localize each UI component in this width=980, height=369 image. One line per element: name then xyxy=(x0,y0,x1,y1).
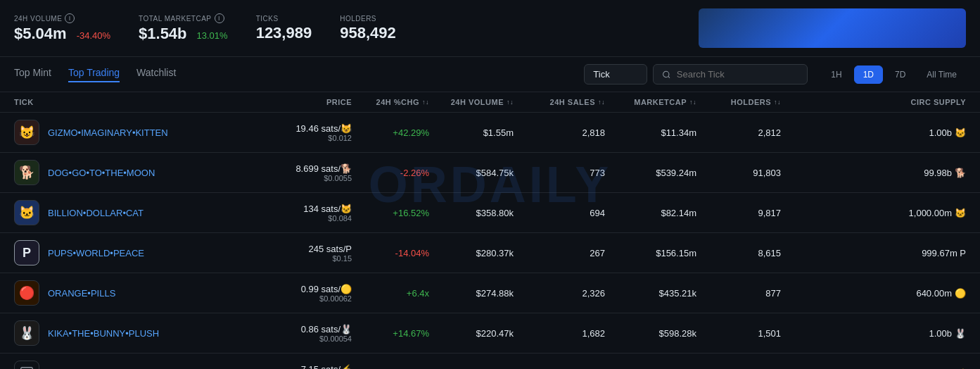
supply-dog: 99.98b 🐕 xyxy=(781,168,966,178)
stat-ticks: TICKS 123,989 xyxy=(256,15,312,42)
price-pups: 245 sats/P $0.15 xyxy=(267,244,352,263)
tick-name-billion: BILLION•DOLLAR•CAT xyxy=(48,208,144,218)
table-row[interactable]: 😺 GIZMO•IMAGINARY•KITTEN 19.46 sats/😺 $0… xyxy=(0,113,980,153)
col-holders[interactable]: HOLDERS ↑↓ xyxy=(696,98,781,106)
tick-name-orange: ORANGE•PILLS xyxy=(48,288,115,299)
stat-volume-change: -34.40% xyxy=(77,30,110,41)
avatar-kika: 🐰 xyxy=(14,320,39,346)
volume-gizmo: $1.55m xyxy=(429,127,514,138)
holders-gizmo: 2,812 xyxy=(696,127,781,138)
tick-name-dog: DOG•GO•TO•THE•MOON xyxy=(48,168,155,178)
rsic-icon xyxy=(19,365,34,369)
sales-billion: 694 xyxy=(514,208,605,218)
supply-billion: 1,000.00m 🐱 xyxy=(781,208,966,218)
change-gizmo: +42.29% xyxy=(352,127,429,138)
time-btn-7d[interactable]: 7D xyxy=(886,65,915,84)
time-btn-1h[interactable]: 1H xyxy=(822,65,851,84)
price-billion: 134 sats/🐱 $0.084 xyxy=(267,204,352,223)
col-circ-supply[interactable]: CIRC SUPPLY xyxy=(781,98,966,106)
tick-cell-billion: 🐱 BILLION•DOLLAR•CAT xyxy=(14,200,267,225)
tab-watchlist[interactable]: Watchlist xyxy=(136,67,176,82)
col-sales24h[interactable]: 24H SALES ↑↓ xyxy=(514,98,605,106)
tick-filter-input[interactable] xyxy=(584,64,647,85)
stat-holders-value: 958,492 xyxy=(340,24,396,42)
tick-name-kika: KIKA•THE•BUNNY•PLUSH xyxy=(48,328,159,339)
stat-ticks-value: 123,989 xyxy=(256,24,312,42)
token-table: TICK PRICE 24H %CHG ↑↓ 24H VOLUME ↑↓ 24H… xyxy=(0,92,980,369)
stat-marketcap: TOTAL MARKETCAP i $1.54b 13.01% xyxy=(139,13,228,43)
change-billion: +16.52% xyxy=(352,208,429,218)
volume-orange: $274.88k xyxy=(429,288,514,299)
stat-marketcap-label: TOTAL MARKETCAP xyxy=(139,15,211,23)
svg-point-0 xyxy=(663,71,669,77)
tick-name-pups: PUPS•WORLD•PEACE xyxy=(48,248,144,258)
table-row[interactable]: 🐱 BILLION•DOLLAR•CAT 134 sats/🐱 $0.084 +… xyxy=(0,193,980,233)
table-row[interactable]: 🔴 ORANGE•PILLS 0.99 sats/🟡 $0.00062 +6.4… xyxy=(0,273,980,313)
table-row[interactable]: 🐕 DOG•GO•TO•THE•MOON 8.699 sats/🐕 $0.005… xyxy=(0,153,980,193)
sales-orange: 2,326 xyxy=(514,288,605,299)
stat-marketcap-value: $1.54b xyxy=(139,25,187,43)
mcap-dog: $539.24m xyxy=(605,168,696,178)
stat-volume: 24H VOLUME i $5.04m -34.40% xyxy=(14,13,110,43)
stat-volume-value: $5.04m xyxy=(14,25,67,43)
mcap-orange: $435.21k xyxy=(605,288,696,299)
table-row[interactable]: 🐰 KIKA•THE•BUNNY•PLUSH 0.86 sats/🐰 $0.00… xyxy=(0,313,980,354)
volume-info-icon[interactable]: i xyxy=(65,13,75,23)
volume-billion: $358.80k xyxy=(429,208,514,218)
sales-dog: 773 xyxy=(514,168,605,178)
price-rsic: 7.15 sats/⚡ $0.0045 xyxy=(267,364,352,370)
avatar-billion: 🐱 xyxy=(14,200,39,225)
stat-ticks-label: TICKS xyxy=(256,15,279,23)
table-row[interactable]: P PUPS•WORLD•PEACE 245 sats/P $0.15 -14.… xyxy=(0,233,980,273)
col-price[interactable]: PRICE xyxy=(267,98,352,106)
change-orange: +6.4x xyxy=(352,288,429,299)
tick-cell-orange: 🔴 ORANGE•PILLS xyxy=(14,280,267,306)
sales-pups: 267 xyxy=(514,248,605,258)
sales-gizmo: 2,818 xyxy=(514,127,605,138)
search-box xyxy=(653,64,808,85)
stats-bar: 24H VOLUME i $5.04m -34.40% TOTAL MARKET… xyxy=(0,0,980,57)
tick-cell-pups: P PUPS•WORLD•PEACE xyxy=(14,240,267,265)
holders-kika: 1,501 xyxy=(696,328,781,339)
time-btn-1d[interactable]: 1D xyxy=(854,65,883,84)
avatar-pups: P xyxy=(14,240,39,265)
mcap-billion: $82.14m xyxy=(605,208,696,218)
table-header: TICK PRICE 24H %CHG ↑↓ 24H VOLUME ↑↓ 24H… xyxy=(0,92,980,113)
supply-gizmo: 1.00b 🐱 xyxy=(781,127,966,138)
volume-kika: $220.47k xyxy=(429,328,514,339)
col-marketcap[interactable]: MARKETCAP ↑↓ xyxy=(605,98,696,106)
holders-orange: 877 xyxy=(696,288,781,299)
table-row[interactable]: RSIC•GENESIS•RUNE 7.15 sats/⚡ $0.0045 -2… xyxy=(0,354,980,369)
col-volume24h[interactable]: 24H VOLUME ↑↓ xyxy=(429,98,514,106)
search-icon xyxy=(662,70,671,80)
tab-top-mint[interactable]: Top Mint xyxy=(14,67,51,82)
time-filters: 1H 1D 7D All Time xyxy=(822,65,966,84)
search-input[interactable] xyxy=(677,69,798,80)
avatar-dog: 🐕 xyxy=(14,160,39,185)
stat-volume-label: 24H VOLUME xyxy=(14,15,62,23)
volume-dog: $584.75k xyxy=(429,168,514,178)
mcap-pups: $156.15m xyxy=(605,248,696,258)
volume-pups: $280.37k xyxy=(429,248,514,258)
change-pups: -14.04% xyxy=(352,248,429,258)
marketcap-info-icon[interactable]: i xyxy=(215,13,224,23)
col-change24h[interactable]: 24H %CHG ↑↓ xyxy=(352,98,429,106)
change-kika: +14.67% xyxy=(352,328,429,339)
holders-pups: 8,615 xyxy=(696,248,781,258)
holders-dog: 91,803 xyxy=(696,168,781,178)
change-dog: -2.26% xyxy=(352,168,429,178)
search-area: 1H 1D 7D All Time xyxy=(584,64,966,85)
tab-top-trading[interactable]: Top Trading xyxy=(68,67,120,82)
time-btn-alltime[interactable]: All Time xyxy=(917,65,966,84)
tabs-bar: Top Mint Top Trading Watchlist 1H 1D 7D … xyxy=(0,57,980,92)
price-orange: 0.99 sats/🟡 $0.00062 xyxy=(267,284,352,303)
supply-kika: 1.00b 🐰 xyxy=(781,328,966,339)
stat-holders-label: HOLDERS xyxy=(340,15,376,23)
avatar-orange: 🔴 xyxy=(14,280,39,306)
col-tick[interactable]: TICK xyxy=(14,98,267,106)
avatar-gizmo: 😺 xyxy=(14,120,39,145)
price-gizmo: 19.46 sats/😺 $0.012 xyxy=(267,123,352,142)
tick-cell-dog: 🐕 DOG•GO•TO•THE•MOON xyxy=(14,160,267,185)
stat-holders: HOLDERS 958,492 xyxy=(340,15,396,42)
stat-marketcap-change: 13.01% xyxy=(197,30,228,41)
